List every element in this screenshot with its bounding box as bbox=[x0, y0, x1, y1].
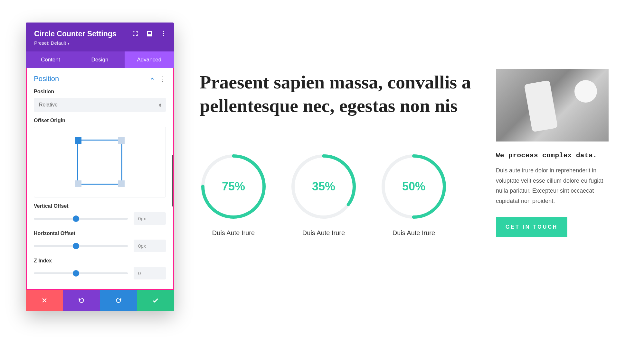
chevron-up-icon[interactable] bbox=[150, 76, 155, 81]
section-title: Position bbox=[34, 75, 59, 83]
counter-value: 75% bbox=[200, 153, 267, 220]
expand-icon[interactable] bbox=[132, 30, 138, 37]
counter-ring: 75% bbox=[200, 153, 267, 220]
save-button[interactable] bbox=[137, 290, 174, 311]
stepper-icon: ▴▾ bbox=[159, 103, 161, 107]
slider-thumb[interactable] bbox=[73, 270, 79, 277]
origin-frame bbox=[77, 140, 122, 185]
origin-handle-top-right[interactable] bbox=[118, 137, 125, 144]
check-icon bbox=[152, 297, 159, 304]
sidebar-title: We process complex data. bbox=[496, 152, 609, 159]
origin-handle-bottom-left[interactable] bbox=[75, 180, 81, 187]
preset-prefix: Preset: bbox=[34, 40, 51, 46]
label-horizontal-offset: Horizontal Offset bbox=[34, 231, 166, 236]
origin-handle-bottom-right[interactable] bbox=[118, 180, 125, 187]
svg-point-3 bbox=[163, 35, 164, 36]
settings-panel: Circle Counter Settings Preset: Default … bbox=[26, 23, 174, 311]
horizontal-offset-slider[interactable] bbox=[34, 245, 128, 247]
tab-advanced[interactable]: Advanced bbox=[125, 51, 174, 68]
position-select-value: Relative bbox=[39, 102, 58, 107]
counter-ring: 50% bbox=[380, 153, 448, 220]
counter-caption: Duis Aute Irure bbox=[302, 229, 345, 237]
tab-content[interactable]: Content bbox=[26, 51, 75, 68]
position-select[interactable]: Relative ▴▾ bbox=[34, 98, 166, 112]
offset-origin-picker[interactable] bbox=[34, 127, 166, 197]
redo-icon bbox=[115, 297, 122, 304]
scrollbar[interactable] bbox=[172, 155, 174, 206]
kebab-icon[interactable] bbox=[160, 30, 167, 37]
counter-value: 50% bbox=[380, 153, 448, 220]
counter-caption: Duis Aute Irure bbox=[393, 229, 435, 237]
panel-header: Circle Counter Settings Preset: Default … bbox=[26, 23, 174, 51]
slider-thumb[interactable] bbox=[73, 215, 79, 222]
tab-design[interactable]: Design bbox=[75, 51, 124, 68]
counters-row: 75% Duis Aute Irure 35% Duis Aute Irure … bbox=[200, 153, 493, 237]
label-offset-origin: Offset Origin bbox=[34, 118, 166, 123]
get-in-touch-button[interactable]: GET IN TOUCH bbox=[496, 217, 567, 237]
label-vertical-offset: Vertical Offset bbox=[34, 203, 166, 209]
panel-tabs: Content Design Advanced bbox=[26, 51, 174, 68]
page-preview: Praesent sapien massa, convallis a pelle… bbox=[200, 71, 493, 237]
circle-counter-1: 75% Duis Aute Irure bbox=[200, 153, 267, 237]
preset-value: Default bbox=[51, 40, 66, 46]
vertical-offset-input[interactable]: 0px bbox=[134, 212, 166, 225]
panel-body: Position ⋮ Position Relative ▴▾ Offset O… bbox=[26, 68, 174, 290]
kebab-icon[interactable]: ⋮ bbox=[159, 76, 166, 82]
counter-ring: 35% bbox=[290, 153, 357, 220]
counter-caption: Duis Aute Irure bbox=[212, 229, 255, 237]
close-icon bbox=[41, 297, 48, 304]
page-headline: Praesent sapien massa, convallis a pelle… bbox=[200, 71, 493, 117]
sidebar-body: Duis aute irure dolor in reprehenderit i… bbox=[496, 166, 609, 206]
circle-counter-2: 35% Duis Aute Irure bbox=[290, 153, 357, 237]
redo-button[interactable] bbox=[100, 290, 137, 311]
phone-illustration bbox=[524, 80, 558, 132]
responsive-icon[interactable] bbox=[146, 30, 153, 37]
sidebar-column: We process complex data. Duis aute irure… bbox=[496, 69, 609, 237]
undo-icon bbox=[78, 297, 85, 304]
horizontal-offset-input[interactable]: 0px bbox=[134, 240, 166, 252]
counter-value: 35% bbox=[290, 153, 357, 220]
circle-counter-3: 50% Duis Aute Irure bbox=[380, 153, 448, 237]
svg-rect-0 bbox=[147, 32, 151, 34]
preset-selector[interactable]: Preset: Default ▾ bbox=[34, 40, 166, 46]
origin-handle-top-left[interactable] bbox=[75, 137, 81, 144]
label-position: Position bbox=[34, 89, 166, 95]
section-header[interactable]: Position ⋮ bbox=[34, 75, 166, 83]
svg-point-2 bbox=[163, 33, 164, 34]
vertical-offset-slider[interactable] bbox=[34, 218, 128, 220]
mug-illustration bbox=[574, 80, 597, 103]
z-index-slider[interactable] bbox=[34, 272, 128, 274]
cancel-button[interactable] bbox=[26, 290, 63, 311]
svg-point-1 bbox=[163, 31, 164, 32]
chevron-down-icon: ▾ bbox=[67, 41, 70, 45]
sidebar-image bbox=[496, 69, 609, 142]
z-index-input[interactable]: 0 bbox=[134, 267, 166, 279]
label-z-index: Z Index bbox=[34, 258, 166, 264]
undo-button[interactable] bbox=[63, 290, 100, 311]
slider-thumb[interactable] bbox=[73, 243, 79, 249]
panel-header-actions bbox=[132, 30, 167, 37]
panel-footer bbox=[26, 290, 174, 311]
